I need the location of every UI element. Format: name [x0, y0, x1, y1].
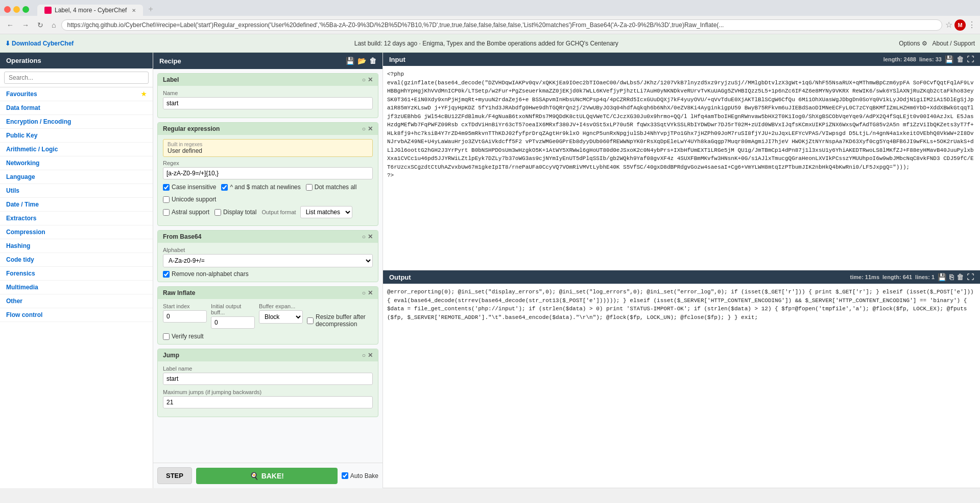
url-bar[interactable]: https://gchq.github.io/CyberChef/#recipe… [61, 19, 942, 31]
sidebar-item-favourites[interactable]: Favourites ★ [0, 87, 153, 101]
regex-input[interactable] [163, 167, 373, 179]
buffer-expand-select[interactable]: Block [259, 310, 303, 324]
recipe-panel: Recipe 💾 📂 🗑 Label ○ ✕ Name [153, 53, 383, 488]
from-base64-block: From Base64 ○ ✕ Alphabet A-Za-z0-9+/= Re… [157, 230, 378, 282]
sidebar-item-code-tidy[interactable]: Code tidy [0, 253, 153, 267]
input-stats: length: 2488 lines: 33 💾 🗑 ⛶ [883, 55, 974, 63]
jump-disable-icon[interactable]: ○ [362, 352, 366, 359]
traffic-lights[interactable] [4, 6, 29, 13]
bake-button[interactable]: 🍳 BAKE! [196, 468, 338, 484]
recipe-content: Label ○ ✕ Name Regular expression ○ [153, 69, 383, 463]
regex-block-body: Built in regexes User defined Regex Case… [158, 135, 378, 225]
output-text[interactable]: @error_reporting(0); @ini_set("display_e… [383, 284, 980, 488]
astral-support-checkbox[interactable]: Astral support [163, 209, 209, 216]
label-name-input[interactable] [163, 97, 373, 109]
builtin-regex-box: Built in regexes User defined [163, 139, 373, 157]
bookmark-icon[interactable]: ☆ [945, 20, 952, 30]
regex-block: Regular expression ○ ✕ Built in regexes … [157, 122, 378, 226]
close-btn[interactable] [4, 6, 11, 13]
sidebar-item-public-key[interactable]: Public Key [0, 129, 153, 143]
minimize-btn[interactable] [13, 6, 20, 13]
jump-block: Jump ○ ✕ Label name Maximum jumps (if ju… [157, 349, 378, 417]
regex-checkboxes-2: Astral support Display total Output form… [163, 206, 373, 218]
and-match-checkbox[interactable]: ^ and $ match at newlines [221, 184, 300, 191]
sidebar-item-arithmetic-logic[interactable]: Arithmetic / Logic [0, 143, 153, 156]
display-total-checkbox[interactable]: Display total [214, 209, 256, 216]
sidebar-item-hashing[interactable]: Hashing [0, 239, 153, 253]
user-avatar[interactable]: M [954, 19, 966, 31]
tab-close-icon[interactable]: ✕ [132, 8, 136, 13]
regex-disable-icon[interactable]: ○ [362, 125, 366, 132]
verify-result-checkbox[interactable]: Verify result [163, 333, 373, 340]
sidebar-item-data-format[interactable]: Data format [0, 101, 153, 115]
sidebar-item-forensics[interactable]: Forensics [0, 267, 153, 281]
forward-button[interactable]: → [19, 20, 32, 30]
download-link[interactable]: ⬇ Download CyberChef [5, 40, 74, 47]
input-trash-icon[interactable]: 🗑 [957, 55, 964, 63]
sidebar-item-multimedia[interactable]: Multimedia [0, 281, 153, 294]
sidebar-item-compression[interactable]: Compression [0, 225, 153, 239]
jump-close-icon[interactable]: ✕ [368, 352, 373, 359]
sidebar-item-language[interactable]: Language [0, 170, 153, 184]
regex-checkboxes-1: Case insensitive ^ and $ match at newlin… [163, 184, 373, 203]
save-recipe-icon[interactable]: 💾 [346, 57, 354, 65]
dot-matches-all-checkbox[interactable]: Dot matches all [306, 184, 357, 191]
new-tab-button[interactable]: + [144, 3, 157, 16]
active-tab[interactable]: Label, 4 more - CyberChef ✕ [37, 5, 143, 16]
resize-buffer-checkbox[interactable]: Resize buffer after decompression [307, 313, 373, 328]
regex-close-icon[interactable]: ✕ [368, 125, 373, 132]
base64-alphabet-select[interactable]: A-Za-z0-9+/= [163, 254, 373, 267]
about-support-link[interactable]: About / Support [933, 40, 975, 47]
sidebar-item-networking[interactable]: Networking [0, 156, 153, 170]
sidebar-item-flow-control[interactable]: Flow control [0, 308, 153, 322]
open-recipe-icon[interactable]: 📂 [357, 57, 366, 65]
jump-block-header: Jump ○ ✕ [158, 349, 378, 361]
from-base64-close-icon[interactable]: ✕ [368, 233, 373, 240]
output-trash-icon[interactable]: 🗑 [957, 273, 964, 281]
output-header: Output time: 11ms length: 641 lines: 1 💾… [383, 270, 980, 284]
address-bar: ← → ↻ ⌂ https://gchq.github.io/CyberChef… [0, 16, 980, 34]
sidebar-item-other[interactable]: Other [0, 294, 153, 308]
raw-inflate-close-icon[interactable]: ✕ [368, 289, 373, 296]
label-close-icon[interactable]: ✕ [368, 76, 373, 83]
jump-max-input[interactable] [163, 396, 373, 408]
refresh-button[interactable]: ↻ [35, 20, 46, 30]
label-disable-icon[interactable]: ○ [362, 76, 366, 83]
gear-icon: ⚙ [922, 40, 927, 47]
home-button[interactable]: ⌂ [49, 20, 58, 30]
sidebar-item-date-time[interactable]: Date / Time [0, 198, 153, 212]
sidebar-item-encryption-encoding[interactable]: Encryption / Encoding [0, 115, 153, 129]
output-expand-icon[interactable]: ⛶ [967, 273, 974, 281]
output-title: Output [389, 273, 411, 281]
io-panel: Input length: 2488 lines: 33 💾 🗑 ⛶ <?php… [383, 53, 980, 488]
output-stats: time: 11ms length: 641 lines: 1 💾 ⎘ 🗑 ⛶ [850, 273, 974, 281]
input-expand-icon[interactable]: ⛶ [967, 55, 974, 63]
menu-icon[interactable]: ⋮ [968, 20, 976, 30]
input-title: Input [389, 56, 405, 63]
input-save-icon[interactable]: 💾 [945, 55, 953, 63]
options-button[interactable]: Options ⚙ [899, 40, 927, 47]
search-input[interactable] [4, 72, 149, 84]
output-copy-icon[interactable]: ⎘ [949, 273, 953, 281]
output-format-select[interactable]: List matches [300, 206, 352, 218]
start-index-input[interactable] [163, 310, 207, 323]
label-block-header: Label ○ ✕ [158, 74, 378, 86]
auto-bake-checkbox[interactable]: Auto Bake [342, 472, 378, 479]
sidebar-item-extractors[interactable]: Extractors [0, 212, 153, 225]
case-insensitive-checkbox[interactable]: Case insensitive [163, 184, 216, 191]
raw-inflate-disable-icon[interactable]: ○ [362, 289, 366, 296]
from-base64-header: From Base64 ○ ✕ [158, 231, 378, 243]
unicode-support-checkbox[interactable]: Unicode support [163, 196, 216, 203]
back-button[interactable]: ← [4, 20, 16, 30]
maximize-btn[interactable] [22, 6, 29, 13]
output-save-icon[interactable]: 💾 [938, 273, 946, 281]
remove-non-alpha-checkbox[interactable]: Remove non-alphabet chars [163, 270, 373, 278]
input-text[interactable]: <?php eval(gzinflate(base64_decode("DZVH… [383, 66, 980, 270]
jump-label-input[interactable] [163, 373, 373, 385]
sidebar-title: Operations [0, 53, 153, 68]
from-base64-disable-icon[interactable]: ○ [362, 233, 366, 240]
sidebar-item-utils[interactable]: Utils [0, 184, 153, 198]
clear-recipe-icon[interactable]: 🗑 [369, 57, 376, 65]
initial-output-input[interactable] [211, 316, 255, 329]
step-button[interactable]: STEP [157, 467, 192, 484]
